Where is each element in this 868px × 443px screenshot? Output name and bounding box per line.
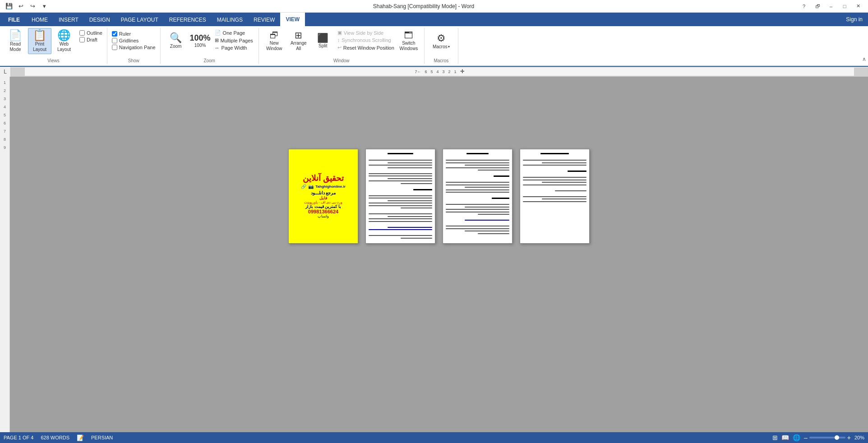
view-read-icon[interactable]: 📖 — [781, 434, 789, 441]
view-side-by-side-button[interactable]: ▣ View Side by Side — [336, 29, 396, 37]
tab-marker[interactable]: L — [0, 67, 11, 77]
switch-windows-label: SwitchWindows — [400, 41, 418, 51]
nav-pane-checkbox[interactable] — [112, 45, 117, 50]
page-1-whatsapp: واتساپ — [318, 214, 329, 218]
tab-file[interactable]: FILE — [2, 14, 26, 26]
new-window-button[interactable]: 🗗 NewWindow — [263, 28, 286, 54]
one-page-label: One Page — [223, 30, 245, 36]
zoom-minus-button[interactable]: – — [804, 434, 808, 441]
page-1: تحقیق آنلاین Tahghighonline.ir 📷 🔗 مرجع … — [288, 149, 358, 244]
web-layout-button[interactable]: 🌐 WebLayout — [52, 28, 76, 54]
split-label: Split — [319, 43, 327, 49]
ruler-checkbox[interactable] — [112, 31, 117, 37]
zoom-100-button[interactable]: 100% 100% — [189, 28, 212, 54]
page-3-content — [443, 149, 512, 243]
minimize-button[interactable]: – — [825, 1, 837, 11]
nav-pane-checkbox-item[interactable]: Navigation Pane — [111, 44, 157, 51]
reset-window-label: Reset Window Position — [343, 45, 394, 51]
page-count-label: PAGE 1 OF 4 — [4, 435, 33, 440]
horizontal-ruler: 7←654321 ✛ — [11, 67, 868, 76]
arrange-all-button[interactable]: ⊞ ArrangeAll — [287, 28, 310, 54]
draft-checkbox[interactable] — [79, 37, 85, 42]
tab-home[interactable]: HOME — [26, 14, 53, 26]
multiple-pages-icon: ⊞ — [215, 37, 219, 43]
close-button[interactable]: ✕ — [852, 1, 864, 11]
maximize-button[interactable]: □ — [838, 1, 851, 11]
tab-view[interactable]: VIEW — [280, 13, 305, 26]
language-indicator: PERSIAN — [91, 435, 113, 440]
proofing-icon: 📝 — [77, 434, 84, 441]
v-ruler-mark-2: 2 — [0, 87, 9, 95]
gridlines-checkbox-item[interactable]: Gridlines — [111, 37, 157, 44]
sync-scrolling-button[interactable]: ↕ Synchronous Scrolling — [336, 37, 396, 44]
tab-insert[interactable]: INSERT — [53, 14, 84, 26]
ruler-checkbox-item[interactable]: Ruler — [111, 31, 157, 37]
window-controls[interactable]: ? 🗗 – □ ✕ — [798, 1, 864, 11]
zoom-slider[interactable] — [809, 437, 845, 438]
undo-icon[interactable]: ↩ — [15, 1, 26, 11]
print-layout-icon: 📋 — [33, 30, 46, 41]
draft-checkbox-item[interactable]: Draft — [78, 37, 103, 43]
page-4-content — [520, 149, 589, 243]
ribbon-collapse-button[interactable]: ∧ — [862, 56, 866, 62]
read-mode-icon: 📄 — [9, 30, 22, 41]
zoom-content: 🔍 Zoom 100% 100% 📄 One Page ⊞ Multiple P… — [164, 28, 255, 57]
sign-in-button[interactable]: Sign in — [840, 14, 868, 24]
restore-button[interactable]: 🗗 — [811, 1, 824, 11]
v-ruler-mark-4: 4 — [0, 103, 9, 111]
word-count-label: 628 WORDS — [41, 435, 69, 440]
help-button[interactable]: ? — [798, 1, 810, 11]
tab-review[interactable]: REVIEW — [248, 14, 280, 26]
vertical-ruler: 1 2 3 4 5 6 7 8 9 — [0, 77, 10, 432]
save-icon[interactable]: 💾 — [4, 1, 14, 11]
print-layout-button[interactable]: 📋 PrintLayout — [28, 28, 51, 54]
macros-group: ⚙ Macros ▾ Macros — [425, 28, 458, 64]
zoom-thumb[interactable] — [835, 435, 839, 440]
reset-window-button[interactable]: ↩ Reset Window Position — [336, 44, 396, 51]
sync-scrolling-icon: ↕ — [337, 37, 340, 43]
multiple-pages-button[interactable]: ⊞ Multiple Pages — [213, 37, 255, 44]
page-1-formats: ورد-پی دی اف - پاورپوینت — [304, 200, 342, 204]
web-layout-label: WebLayout — [57, 42, 71, 52]
macros-button[interactable]: ⚙ Macros ▾ — [428, 28, 454, 54]
zoom-icon: 🔍 — [170, 33, 182, 43]
arrange-all-label: ArrangeAll — [291, 41, 307, 51]
switch-windows-button[interactable]: 🗔 SwitchWindows — [397, 28, 420, 54]
v-ruler-mark-9: 9 — [0, 143, 9, 152]
zoom-group-label: Zoom — [203, 57, 215, 64]
outline-label: Outline — [87, 30, 102, 36]
status-bar: PAGE 1 OF 4 628 WORDS 📝 PERSIAN ⊞ 📖 🌐 – … — [0, 432, 868, 443]
zoom-group: 🔍 Zoom 100% 100% 📄 One Page ⊞ Multiple P… — [161, 28, 259, 64]
tab-references[interactable]: REFERENCES — [164, 14, 212, 26]
outline-checkbox-item[interactable]: Outline — [78, 30, 103, 36]
tab-design[interactable]: DESIGN — [84, 14, 115, 26]
redo-icon[interactable]: ↪ — [27, 1, 38, 11]
quick-access-toolbar[interactable]: 💾 ↩ ↪ ▾ — [4, 1, 50, 11]
split-button[interactable]: ⬛ Split — [311, 28, 335, 54]
print-layout-label: PrintLayout — [33, 42, 46, 52]
show-group-label: Show — [128, 57, 139, 64]
outline-checkbox[interactable] — [79, 30, 85, 36]
pages-row: تحقیق آنلاین Tahghighonline.ir 📷 🔗 مرجع … — [288, 149, 590, 244]
page-width-button[interactable]: ↔ Page Width — [213, 44, 255, 51]
word-count: 628 WORDS — [41, 435, 69, 440]
customize-qat-icon[interactable]: ▾ — [39, 1, 50, 11]
view-layout-icon[interactable]: ⊞ — [772, 434, 778, 441]
view-web-icon[interactable]: 🌐 — [793, 434, 800, 441]
read-mode-button[interactable]: 📄 ReadMode — [4, 28, 27, 54]
zoom-level-label[interactable]: 20% — [854, 435, 864, 440]
tab-mailings[interactable]: MAILINGS — [212, 14, 248, 26]
tab-page-layout[interactable]: PAGE LAYOUT — [115, 14, 164, 26]
gridlines-checkbox[interactable] — [112, 38, 117, 43]
zoom-button[interactable]: 🔍 Zoom — [164, 28, 188, 54]
view-side-by-side-label: View Side by Side — [344, 30, 383, 36]
v-ruler-mark-1: 1 — [0, 78, 9, 87]
ruler-label: Ruler — [119, 31, 131, 37]
window-group: 🗗 NewWindow ⊞ ArrangeAll ⬛ Split ▣ View … — [259, 28, 425, 64]
zoom-plus-button[interactable]: + — [847, 434, 851, 441]
macros-icon: ⚙ — [437, 33, 446, 43]
v-ruler-mark-7: 7 — [0, 127, 9, 135]
ribbon: FILE HOME INSERT DESIGN PAGE LAYOUT REFE… — [0, 13, 868, 67]
v-ruler-mark-8: 8 — [0, 135, 9, 143]
one-page-button[interactable]: 📄 One Page — [213, 29, 255, 37]
